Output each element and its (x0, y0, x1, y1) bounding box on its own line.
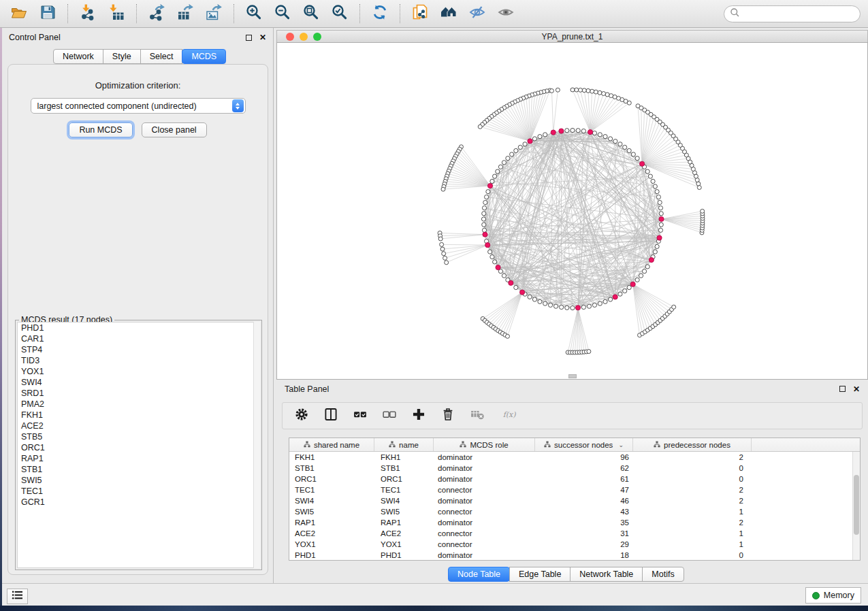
graph-node[interactable] (560, 305, 564, 309)
tab-network-table[interactable]: Network Table (570, 567, 643, 582)
graph-node[interactable] (658, 206, 662, 210)
select-all-button[interactable] (352, 408, 368, 424)
open-session-button[interactable] (10, 4, 29, 23)
graph-leaf-node[interactable] (556, 88, 560, 92)
cell-shared-name[interactable]: TEC1 (289, 486, 374, 494)
cell-predecessor-nodes[interactable]: 2 (633, 518, 752, 527)
cell-shared-name[interactable]: STB1 (289, 464, 374, 472)
show-all-button[interactable] (496, 4, 515, 23)
cell-MCDS-role[interactable]: dominator (434, 453, 535, 461)
cell-name[interactable]: TEC1 (374, 486, 434, 494)
table-row[interactable]: RAP1RAP1dominator352 (289, 517, 860, 528)
cell-MCDS-role[interactable]: connector (434, 486, 535, 494)
mcds-result-item[interactable]: PMA2 (18, 399, 259, 410)
graph-node[interactable] (484, 195, 488, 199)
column-header-MCDS-role[interactable]: MCDS role (434, 438, 535, 451)
graph-node[interactable] (493, 174, 497, 178)
search-box[interactable] (724, 5, 861, 22)
cell-successor-nodes[interactable]: 43 (535, 508, 633, 516)
graph-node[interactable] (528, 295, 532, 299)
mcds-result-item[interactable]: STB1 (18, 464, 259, 475)
cell-MCDS-role[interactable]: dominator (434, 475, 535, 483)
graph-node[interactable] (655, 190, 659, 194)
graph-node[interactable] (553, 304, 558, 308)
graph-node[interactable] (482, 206, 486, 210)
zoom-out-button[interactable] (273, 4, 292, 23)
graph-leaf-node[interactable] (590, 89, 594, 93)
mcds-result-item[interactable]: SWI5 (18, 475, 259, 486)
column-header-name[interactable]: name (374, 438, 434, 451)
graph-leaf-node[interactable] (570, 88, 575, 92)
graph-node[interactable] (592, 131, 596, 135)
cell-predecessor-nodes[interactable]: 0 (633, 464, 752, 472)
mcds-result-item[interactable]: FKH1 (18, 410, 259, 420)
graph-leaf-node[interactable] (575, 88, 579, 92)
delete-column-button[interactable] (440, 408, 456, 424)
tab-node-table[interactable]: Node Table (448, 567, 510, 582)
graph-leaf-node[interactable] (605, 93, 609, 97)
save-session-button[interactable] (38, 4, 57, 23)
cell-predecessor-nodes[interactable]: 2 (633, 497, 752, 505)
cell-shared-name[interactable]: ACE2 (289, 529, 374, 538)
mcds-result-item[interactable]: STP4 (18, 344, 259, 355)
graph-node[interactable] (581, 129, 585, 133)
graph-node[interactable] (538, 299, 542, 303)
graph-leaf-node[interactable] (438, 237, 443, 241)
graph-hub-node[interactable] (649, 257, 654, 262)
graph-hub-node[interactable] (657, 235, 662, 240)
memory-button[interactable]: Memory (805, 587, 861, 604)
graph-leaf-node[interactable] (697, 186, 701, 190)
graph-leaf-node[interactable] (672, 305, 676, 309)
graph-node[interactable] (523, 142, 527, 146)
graph-node[interactable] (631, 152, 635, 156)
splitter-grip[interactable] (568, 374, 577, 378)
graph-leaf-node[interactable] (505, 334, 509, 338)
deselect-all-button[interactable] (381, 408, 398, 424)
cell-successor-nodes[interactable]: 29 (535, 540, 633, 548)
tab-select[interactable]: Select (140, 49, 183, 64)
graph-node[interactable] (581, 305, 585, 309)
graph-node[interactable] (514, 285, 518, 289)
cell-MCDS-role[interactable]: connector (434, 529, 535, 538)
graph-leaf-node[interactable] (636, 104, 640, 108)
graph-node[interactable] (490, 254, 494, 259)
graph-leaf-node[interactable] (598, 90, 602, 95)
tab-network[interactable]: Network (53, 49, 103, 64)
cell-name[interactable]: STB1 (374, 464, 434, 472)
cell-name[interactable]: ACE2 (374, 529, 434, 538)
search-input[interactable] (740, 6, 860, 22)
mcds-result-item[interactable]: RAP1 (18, 453, 259, 464)
graph-leaf-node[interactable] (549, 88, 553, 93)
graph-node[interactable] (648, 174, 652, 178)
table-row[interactable]: PHD1PHD1dominator180 (289, 550, 860, 561)
graph-node[interactable] (483, 200, 487, 204)
cell-predecessor-nodes[interactable]: 0 (633, 475, 752, 483)
table-row[interactable]: FKH1FKH1dominator962 (289, 452, 860, 463)
graph-node[interactable] (576, 129, 580, 133)
cell-shared-name[interactable]: SWI4 (289, 497, 374, 505)
graph-hub-node[interactable] (519, 290, 524, 295)
graph-leaf-node[interactable] (478, 125, 482, 129)
table-row[interactable]: TEC1TEC1connector472 (289, 484, 860, 495)
graph-node[interactable] (639, 274, 643, 278)
graph-node[interactable] (658, 228, 662, 232)
cell-name[interactable]: RAP1 (374, 518, 434, 527)
graph-node[interactable] (618, 142, 622, 146)
cell-shared-name[interactable]: PHD1 (289, 551, 374, 559)
mcds-result-item[interactable]: ORC1 (18, 442, 259, 453)
table-settings-button[interactable] (293, 408, 310, 424)
cell-MCDS-role[interactable]: dominator (434, 518, 535, 527)
export-image-button[interactable] (204, 4, 223, 23)
graph-node[interactable] (608, 297, 612, 301)
zoom-in-button[interactable] (244, 4, 263, 23)
graph-node[interactable] (506, 156, 510, 161)
optimization-criterion-select[interactable]: largest connected component (undirected) (31, 98, 246, 114)
graph-node[interactable] (655, 244, 659, 248)
mcds-result-item[interactable]: STB5 (18, 431, 259, 442)
column-header-predecessor-nodes[interactable]: predecessor nodes (633, 438, 752, 451)
cell-shared-name[interactable]: RAP1 (289, 518, 374, 527)
graph-node[interactable] (482, 222, 486, 227)
network-view-titlebar[interactable]: YPA_prune.txt_1 (276, 30, 868, 42)
graph-leaf-node[interactable] (587, 350, 591, 354)
graph-hub-node[interactable] (588, 130, 592, 135)
